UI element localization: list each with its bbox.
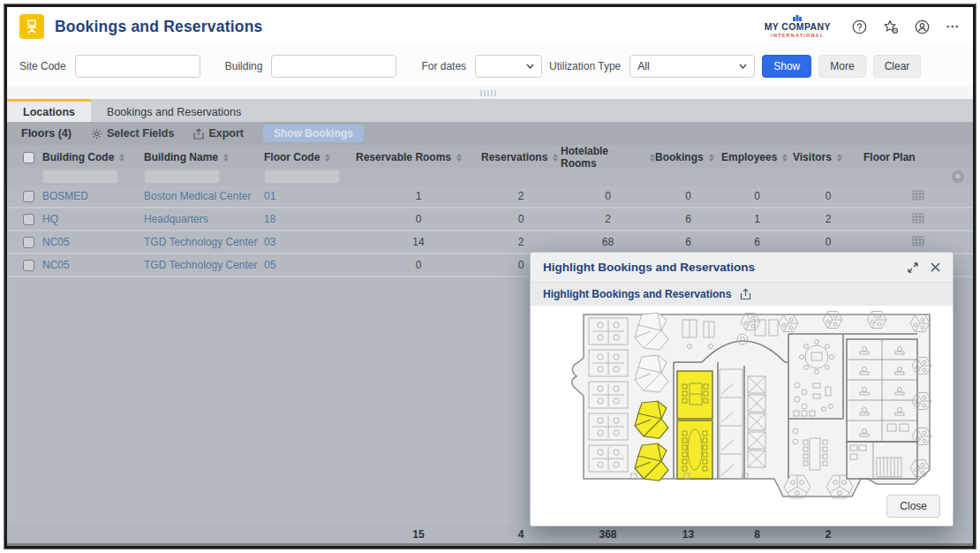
col-reservable-rooms: Reservable Rooms xyxy=(356,151,451,163)
col-floor-plan: Floor Plan xyxy=(863,151,916,163)
show-button[interactable]: Show xyxy=(762,55,811,78)
splitter-handle[interactable] xyxy=(7,87,973,99)
sort-icon[interactable] xyxy=(782,154,788,162)
sort-icon[interactable] xyxy=(119,154,124,162)
row-checkbox[interactable] xyxy=(23,191,34,202)
col-building-name: Building Name xyxy=(144,151,218,163)
total-hotelable-rooms: 368 xyxy=(561,528,655,541)
sort-icon[interactable] xyxy=(837,154,842,162)
floor-code-link[interactable]: 03 xyxy=(264,236,356,248)
total-bookings: 13 xyxy=(655,528,721,541)
building-label: Building xyxy=(225,60,263,72)
logo-text: MY COMPANY xyxy=(765,22,831,32)
building-name-link[interactable]: Headquarters xyxy=(144,213,264,225)
total-reservable-rooms: 15 xyxy=(356,528,481,541)
row-checkbox[interactable] xyxy=(23,260,34,271)
modal-subtitle: Highlight Bookings and Reservations xyxy=(543,288,731,300)
table-header: Building Code Building Name Floor Code R… xyxy=(7,145,973,168)
show-bookings-button[interactable]: Show Bookings xyxy=(263,125,364,142)
floor-code-link[interactable]: 05 xyxy=(264,259,356,271)
gear-icon xyxy=(91,128,102,140)
building-name-filter-input[interactable] xyxy=(144,170,220,184)
total-reservations: 4 xyxy=(481,528,561,541)
chevron-down-icon xyxy=(739,64,747,69)
export-button[interactable]: Export xyxy=(193,127,244,140)
building-code-link[interactable]: NC05 xyxy=(42,259,144,271)
floor-code-link[interactable]: 01 xyxy=(264,190,356,202)
tab-locations[interactable]: Locations xyxy=(7,99,91,122)
column-filter-row: ✕ xyxy=(7,168,973,186)
highlight-bookings-modal: Highlight Bookings and Reservations High… xyxy=(530,252,954,526)
clear-filters-icon[interactable]: ✕ xyxy=(952,170,964,183)
floor-plan-viewport[interactable] xyxy=(531,306,953,526)
grip-icon xyxy=(480,90,496,96)
floor-code-filter-input[interactable] xyxy=(264,170,340,184)
col-building-code: Building Code xyxy=(42,151,114,163)
logo-building-icon xyxy=(792,15,803,21)
col-visitors: Visitors xyxy=(793,151,832,163)
utilization-type-label: Utilization Type xyxy=(549,60,621,72)
building-code-link[interactable]: NC05 xyxy=(42,236,144,248)
floors-count-title: Floors (4) xyxy=(21,127,72,140)
utilization-type-select[interactable]: All xyxy=(629,55,755,78)
building-name-link[interactable]: TGD Technology Center xyxy=(144,259,264,271)
share-export-icon[interactable] xyxy=(740,288,751,300)
filter-bar: Site Code Building For dates Utilization… xyxy=(7,46,973,87)
total-employees: 8 xyxy=(721,528,793,541)
export-icon xyxy=(193,128,204,140)
for-dates-label: For dates xyxy=(421,60,466,72)
help-icon[interactable] xyxy=(852,19,867,34)
sort-icon[interactable] xyxy=(456,154,462,162)
sort-icon[interactable] xyxy=(325,154,330,162)
col-reservations: Reservations xyxy=(481,151,547,163)
floor-plan-icon[interactable] xyxy=(912,236,924,249)
floor-plan-svg xyxy=(569,309,933,502)
tab-bookings-and-reservations[interactable]: Bookings and Reservations xyxy=(91,99,257,122)
expand-icon[interactable] xyxy=(908,262,918,273)
total-visitors: 2 xyxy=(793,528,863,541)
sort-icon[interactable] xyxy=(553,154,558,162)
modal-subheader: Highlight Bookings and Reservations xyxy=(531,283,953,306)
chair-app-icon xyxy=(19,14,44,39)
building-code-link[interactable]: HQ xyxy=(42,213,144,225)
select-all-checkbox[interactable] xyxy=(23,152,34,163)
sort-icon[interactable] xyxy=(709,154,714,162)
sort-icon[interactable] xyxy=(223,154,229,162)
for-dates-select[interactable] xyxy=(475,55,542,78)
col-bookings: Bookings xyxy=(655,151,704,163)
modal-close-button[interactable]: Close xyxy=(886,495,940,518)
favorites-settings-icon[interactable] xyxy=(883,19,899,34)
clear-button[interactable]: Clear xyxy=(873,55,922,78)
logo-subtext: INTERNATIONAL xyxy=(765,34,831,39)
row-checkbox[interactable] xyxy=(23,214,34,225)
floor-code-link[interactable]: 18 xyxy=(264,213,356,225)
page-title: Bookings and Reservations xyxy=(55,18,262,36)
more-button[interactable]: More xyxy=(818,55,865,78)
col-floor-code: Floor Code xyxy=(264,151,320,163)
totals-row: 15 4 368 13 8 2 xyxy=(7,526,973,543)
account-icon[interactable] xyxy=(915,19,930,34)
table-row[interactable]: HQ Headquarters 18 0 0 2 6 1 2 xyxy=(7,208,973,231)
floor-plan-icon[interactable] xyxy=(912,190,924,203)
app-window: Bookings and Reservations MY COMPANY INT… xyxy=(4,4,976,549)
modal-header: Highlight Bookings and Reservations xyxy=(531,253,953,283)
row-checkbox[interactable] xyxy=(23,237,34,248)
close-icon[interactable] xyxy=(931,262,940,272)
building-name-link[interactable]: Boston Medical Center xyxy=(144,190,264,202)
app-header: Bookings and Reservations MY COMPANY INT… xyxy=(7,7,973,46)
building-code-filter-input[interactable] xyxy=(42,170,118,184)
modal-title: Highlight Bookings and Reservations xyxy=(543,261,755,274)
floor-plan-icon[interactable] xyxy=(912,213,924,226)
chevron-down-icon xyxy=(526,64,534,69)
col-employees: Employees xyxy=(721,151,777,163)
building-code-link[interactable]: BOSMED xyxy=(42,190,144,202)
table-toolbar: Floors (4) Select Fields Export Show Boo… xyxy=(7,122,973,145)
company-logo: MY COMPANY INTERNATIONAL xyxy=(765,15,831,38)
more-icon[interactable]: ⋯ xyxy=(946,19,959,34)
building-input[interactable] xyxy=(271,55,396,78)
site-code-label: Site Code xyxy=(19,60,66,72)
table-row[interactable]: BOSMED Boston Medical Center 01 1 2 0 0 … xyxy=(7,186,973,208)
building-name-link[interactable]: TGD Technology Center xyxy=(144,236,264,248)
select-fields-button[interactable]: Select Fields xyxy=(91,127,174,140)
site-code-input[interactable] xyxy=(75,55,200,78)
